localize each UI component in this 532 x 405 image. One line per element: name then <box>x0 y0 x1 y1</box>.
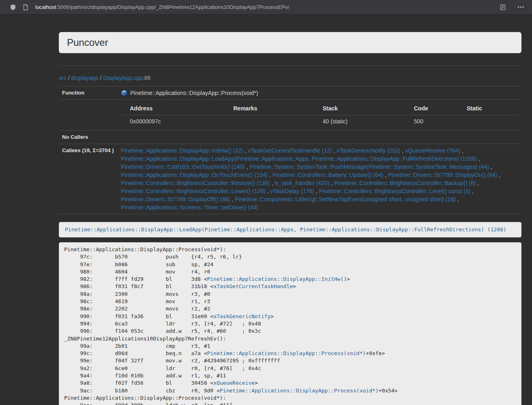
callee-separator: , <box>245 164 250 170</box>
url-host: localhost <box>35 4 56 10</box>
callee-link[interactable]: lv_task_handler (420) <box>275 180 330 186</box>
disassembly-code: Pinetime::Applications::DisplayApp::Proc… <box>59 242 521 405</box>
callee-separator: , <box>476 180 479 186</box>
callee-separator: , <box>470 188 474 194</box>
column-header-stack: Stack <box>314 102 405 115</box>
callee-separator: , <box>401 147 405 154</box>
callee-link[interactable]: Pinetime::Applications::Screens::Timer::… <box>121 204 258 211</box>
callee-separator: , <box>477 155 480 162</box>
code-value: 500 <box>405 115 458 128</box>
divider <box>59 65 521 66</box>
page-title: Puncover <box>67 37 513 48</box>
callee-separator: , <box>383 172 388 178</box>
address-value: 0x0000097c <box>121 115 224 128</box>
function-name: Pinetime::Applications::DisplayApp::Proc… <box>130 89 258 97</box>
callee-separator: , <box>314 188 319 194</box>
callee-link[interactable]: xTaskGetCurrentTaskHandle (12) <box>248 147 332 154</box>
breadcrumb: src/displayapp/DisplayApp.cpp:86 <box>59 74 521 82</box>
function-row: Function Pinetime::Applications::Display… <box>59 86 521 100</box>
callee-link[interactable]: Pinetime::Applications::DisplayApp::OnTo… <box>121 172 268 178</box>
callee-link[interactable]: xQueueReceive (764) <box>405 147 460 154</box>
column-header-code: Code <box>405 102 458 115</box>
tracking-protection-shield-icon[interactable] <box>10 4 16 11</box>
function-label: Function <box>59 86 118 100</box>
metrics-values-row: 0x0000097c 40 (static) 500 <box>121 115 518 128</box>
callee-separator: , <box>456 196 459 202</box>
callee-link[interactable]: xTaskGenericNotify (252) <box>336 147 400 154</box>
breadcrumb-separator: / <box>100 75 102 81</box>
breadcrumb-separator: / <box>68 75 70 81</box>
callee-link[interactable]: Pinetime::System::SystemTask::PushMessag… <box>250 164 489 170</box>
callee-separator: , <box>498 172 501 178</box>
callee-separator: , <box>268 172 273 178</box>
disassembly-symbol-link[interactable]: xTaskGetCurrentTaskHandle <box>213 283 293 289</box>
caller-link[interactable]: Pinetime::Applications::DisplayApp::Load… <box>65 226 506 233</box>
disassembly-symbol-link[interactable]: Pinetime::Applications::DisplayApp::Proc… <box>207 350 366 356</box>
callee-link[interactable]: Pinetime::Controllers::Battery::Update()… <box>273 172 383 178</box>
callee-link[interactable]: Pinetime::Controllers::BrightnessControl… <box>319 188 470 194</box>
callees-label: Callees (19, Σ=3704 ) <box>59 144 118 214</box>
callee-separator: , <box>330 180 334 186</box>
disassembly-symbol-link[interactable]: Pinetime::Applications::DisplayApp::Init… <box>207 276 347 282</box>
reader-mode-icon[interactable] <box>500 4 506 11</box>
callees-list: Pinetime::Applications::DisplayApp::Init… <box>118 144 521 214</box>
breadcrumb-link-displayapp[interactable]: displayapp <box>71 75 99 81</box>
callee-link[interactable]: Pinetime::Controllers::BrightnessControl… <box>121 188 265 194</box>
callee-separator: , <box>230 196 235 202</box>
breadcrumb-link-file[interactable]: DisplayApp.cpp <box>103 75 142 81</box>
content-container: Puncover src/displayapp/DisplayApp.cpp:8… <box>59 32 521 405</box>
stack-value: 40 (static) <box>314 115 405 128</box>
url-path: :5000/path/src/displayapp/DisplayApp.cpp… <box>56 4 289 10</box>
function-metrics-row: Address Remarks Stack Code Static 0x0000… <box>59 100 521 131</box>
callee-separator: , <box>332 147 337 154</box>
page-info-icon[interactable] <box>23 4 28 11</box>
symbol-table: Function Pinetime::Applications::Display… <box>59 86 521 214</box>
callee-link[interactable]: Pinetime::Applications::DisplayApp::Load… <box>121 155 477 162</box>
column-header-address: Address <box>121 102 224 115</box>
metrics-header-row: Address Remarks Stack Code Static <box>121 102 518 115</box>
callee-separator: , <box>460 147 463 154</box>
page-actions-menu-icon[interactable]: ⋯ <box>517 3 525 11</box>
disassembly-symbol-link[interactable]: xTaskGenericNotify <box>213 313 271 319</box>
callee-link[interactable]: Pinetime::Drivers::Cst816S::GetTouchInfo… <box>121 164 245 170</box>
callee-link[interactable]: vTaskDelay (176) <box>270 188 314 194</box>
callee-link[interactable]: Pinetime::Drivers::St7789::DisplayOn() (… <box>388 172 497 178</box>
metrics-table: Address Remarks Stack Code Static 0x0000… <box>121 102 518 128</box>
column-header-static: Static <box>458 102 518 115</box>
function-type-icon <box>121 90 127 96</box>
callee-separator: , <box>489 164 492 170</box>
no-callers-label: No Callers <box>59 131 118 144</box>
url-bar[interactable]: localhost:5000/path/src/displayapp/Displ… <box>23 4 289 11</box>
static-value <box>458 115 518 128</box>
callee-separator: , <box>265 188 270 194</box>
column-header-remarks: Remarks <box>224 102 314 115</box>
breadcrumb-link-src[interactable]: src <box>59 75 67 81</box>
callee-link[interactable]: Pinetime::Applications::DisplayApp::Init… <box>121 147 243 154</box>
url-text: localhost:5000/path/src/displayapp/Displ… <box>35 4 289 10</box>
caller-well: Pinetime::Applications::DisplayApp::Load… <box>59 222 521 237</box>
callee-link[interactable]: Pinetime::Controllers::BrightnessControl… <box>121 180 270 186</box>
disassembly-symbol-link[interactable]: Pinetime::Applications::DisplayApp::Proc… <box>220 388 379 394</box>
no-callers-row: No Callers <box>59 131 521 144</box>
callee-link[interactable]: Pinetime::Controllers::BrightnessControl… <box>334 180 476 186</box>
remarks-value <box>224 115 314 128</box>
browser-toolbar: localhost:5000/path/src/displayapp/Displ… <box>0 0 532 15</box>
callee-link[interactable]: Pinetime::Drivers::St7789::DisplayOff() … <box>121 196 230 202</box>
breadcrumb-line-number: :86 <box>143 75 151 81</box>
disassembly-symbol-link[interactable]: xQueueReceive <box>213 380 255 386</box>
callee-link[interactable]: Pinetime::Components::LittleVgl::SetNewT… <box>235 196 456 202</box>
callees-row: Callees (19, Σ=3704 ) Pinetime::Applicat… <box>59 144 521 214</box>
callee-separator: , <box>270 180 275 186</box>
callee-separator: , <box>243 147 248 154</box>
puncover-header-panel: Puncover <box>59 32 521 53</box>
